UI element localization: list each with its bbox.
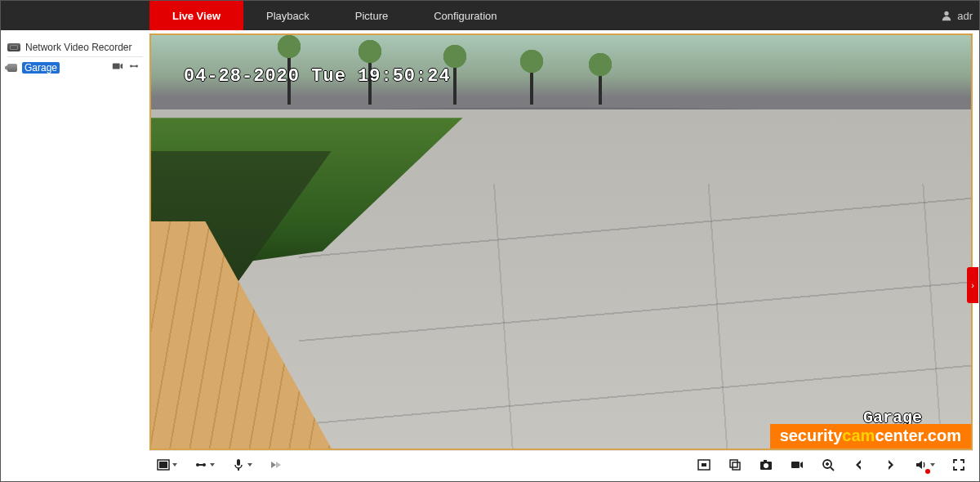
svg-rect-6 <box>159 462 167 468</box>
panel-collapse-tab[interactable]: › <box>967 267 978 303</box>
chevron-down-icon <box>247 463 252 466</box>
stream-switch-button[interactable] <box>194 457 215 472</box>
svg-rect-19 <box>791 462 800 468</box>
osd-timestamp: 04-28-2020 Tue 19:50:24 <box>184 66 451 87</box>
chevron-down-icon <box>210 463 215 466</box>
chevron-down-icon <box>930 463 935 466</box>
tab-label: Playback <box>266 10 310 22</box>
tab-label: Picture <box>355 10 388 22</box>
camera-name-label: Garage <box>22 62 60 74</box>
user-menu[interactable]: adr <box>934 1 979 30</box>
sidebar-camera-item[interactable]: Garage <box>7 57 143 78</box>
tab-playback[interactable]: Playback <box>243 1 332 30</box>
layout-single-icon <box>156 457 171 472</box>
live-toolbar <box>149 450 973 478</box>
content-column: 04-28-2020 Tue 19:50:24 Garage securityc… <box>149 30 979 481</box>
camera-sidebar: Network Video Recorder Garage <box>1 30 149 481</box>
two-way-audio-button[interactable] <box>231 457 252 472</box>
tab-live-view[interactable]: Live View <box>149 1 243 30</box>
top-navbar: Live View Playback Picture Configuration… <box>1 1 979 30</box>
username-label: adr <box>957 10 973 22</box>
svg-rect-18 <box>764 460 767 462</box>
video-live-view[interactable]: 04-28-2020 Tue 19:50:24 Garage securityc… <box>149 33 973 450</box>
topbar-left-gap <box>1 1 149 30</box>
multi-window-button[interactable] <box>728 457 742 472</box>
layout-button[interactable] <box>156 457 177 472</box>
record-icon[interactable] <box>112 60 123 72</box>
watermark-ext: .com <box>923 426 961 444</box>
tab-label: Live View <box>172 10 220 22</box>
device-label: Network Video Recorder <box>25 42 132 53</box>
digital-zoom-button[interactable] <box>821 457 835 472</box>
next-page-button[interactable] <box>883 457 898 472</box>
watermark-part2: cam <box>842 426 875 444</box>
watermark-banner: securitycamcenter.com <box>770 424 971 449</box>
nvr-icon <box>7 43 20 51</box>
stream-switch-icon <box>194 457 208 472</box>
stream-icon[interactable] <box>128 60 140 72</box>
svg-rect-13 <box>702 463 706 466</box>
svg-rect-1 <box>113 64 120 69</box>
main-area: Network Video Recorder Garage <box>1 30 979 481</box>
speaker-button[interactable] <box>914 457 935 472</box>
svg-rect-14 <box>730 460 737 467</box>
ptz-3d-button[interactable] <box>269 457 283 472</box>
fullscreen-button[interactable] <box>951 457 966 472</box>
svg-rect-10 <box>237 459 240 466</box>
tab-configuration[interactable]: Configuration <box>411 1 519 30</box>
microphone-icon <box>231 457 246 472</box>
video-scene <box>151 35 971 449</box>
speaker-icon <box>914 457 929 472</box>
stop-all-button[interactable] <box>697 457 711 472</box>
svg-line-21 <box>831 467 834 471</box>
svg-rect-11 <box>238 468 239 471</box>
chevron-down-icon <box>172 463 177 466</box>
svg-rect-15 <box>733 462 740 470</box>
user-icon <box>941 10 952 21</box>
watermark-part1: security <box>780 426 843 444</box>
tab-label: Configuration <box>434 10 497 22</box>
device-heading[interactable]: Network Video Recorder <box>7 35 143 57</box>
prev-page-button[interactable] <box>852 457 866 472</box>
svg-rect-9 <box>198 464 204 466</box>
snapshot-button[interactable] <box>759 457 773 472</box>
svg-rect-4 <box>131 65 137 66</box>
chevron-right-icon: › <box>971 280 974 290</box>
svg-point-0 <box>945 11 949 16</box>
camera-icon <box>7 64 17 72</box>
watermark-part3: center <box>875 426 923 444</box>
camera-row-tools <box>112 60 140 72</box>
record-button[interactable] <box>790 457 804 472</box>
svg-point-17 <box>764 463 768 468</box>
tab-picture[interactable]: Picture <box>332 1 411 30</box>
